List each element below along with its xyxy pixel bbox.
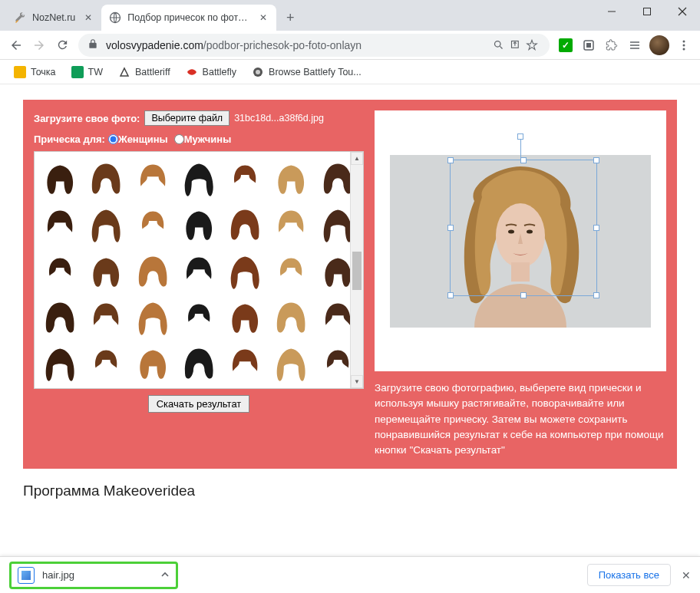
extension-icon[interactable] bbox=[577, 34, 600, 57]
choose-file-button[interactable]: Выберите файл bbox=[144, 110, 229, 126]
svg-line-6 bbox=[500, 46, 502, 48]
extension-adblock-icon[interactable]: ✓ bbox=[554, 34, 577, 57]
extensions-puzzle-icon[interactable] bbox=[600, 34, 623, 57]
rotate-line bbox=[520, 140, 521, 160]
hairstyle-thumbnail[interactable] bbox=[84, 248, 128, 292]
hairstyle-thumbnail[interactable] bbox=[38, 248, 82, 292]
gender-radio-female[interactable] bbox=[108, 134, 118, 144]
bookmark-item[interactable]: Browse Battlefy Tou... bbox=[246, 63, 368, 81]
hairstyle-thumbnail[interactable] bbox=[223, 340, 267, 384]
hairstyle-thumbnail[interactable] bbox=[177, 340, 221, 384]
bookmarks-bar: Точка TW Battleriff Battlefly Browse Bat… bbox=[0, 60, 700, 84]
page-content: Загрузите свое фото: Выберите файл 31bc1… bbox=[0, 84, 700, 556]
star-icon[interactable] bbox=[523, 34, 540, 57]
controls-column: Загрузите свое фото: Выберите файл 31bc1… bbox=[34, 110, 364, 413]
scrollbar[interactable]: ▲ ▼ bbox=[350, 152, 363, 388]
upload-label: Загрузите свое фото: bbox=[34, 113, 140, 124]
share-icon[interactable] bbox=[507, 34, 523, 57]
menu-icon[interactable] bbox=[672, 34, 695, 57]
profile-avatar[interactable] bbox=[649, 35, 669, 55]
hairstyle-thumbnail[interactable] bbox=[223, 201, 267, 245]
svg-point-14 bbox=[683, 44, 685, 46]
hairstyle-thumbnail[interactable] bbox=[177, 155, 221, 199]
close-icon[interactable]: ✕ bbox=[258, 12, 269, 23]
globe-icon bbox=[109, 12, 121, 24]
hairstyle-thumbnail[interactable] bbox=[84, 155, 128, 199]
gender-radio-male[interactable] bbox=[174, 134, 184, 144]
scroll-down-icon[interactable]: ▼ bbox=[351, 375, 363, 388]
search-icon[interactable] bbox=[490, 34, 507, 57]
hairstyle-thumbnail[interactable] bbox=[269, 340, 313, 384]
hairstyle-thumbnail[interactable] bbox=[84, 201, 128, 245]
gender-row: Прическа для: Женщины Мужчины bbox=[34, 133, 364, 145]
hairstyle-thumbnail[interactable] bbox=[223, 248, 267, 292]
browser-titlebar: NozNet.ru ✕ Подбор причесок по фото онла… bbox=[0, 0, 700, 31]
hairstyle-panel: Загрузите свое фото: Выберите файл 31bc1… bbox=[23, 100, 677, 469]
hairstyle-grid[interactable]: ▲ ▼ bbox=[34, 151, 364, 389]
scroll-thumb[interactable] bbox=[352, 252, 362, 290]
hairstyle-thumbnail[interactable] bbox=[130, 155, 175, 199]
browser-toolbar: volosvypadenie.com/podbor-prichesok-po-f… bbox=[0, 31, 700, 60]
hairstyle-thumbnail[interactable] bbox=[223, 294, 267, 338]
bookmark-item[interactable]: Точка bbox=[8, 63, 62, 81]
hairstyle-thumbnail[interactable] bbox=[84, 294, 128, 338]
close-window-button[interactable] bbox=[665, 0, 700, 23]
hairstyle-thumbnail[interactable] bbox=[177, 248, 221, 292]
hairstyle-thumbnail[interactable] bbox=[38, 201, 82, 245]
reload-button[interactable] bbox=[51, 34, 74, 57]
hairstyle-thumbnail[interactable] bbox=[84, 340, 128, 384]
selection-box[interactable] bbox=[450, 160, 597, 296]
hairstyle-thumbnail[interactable] bbox=[223, 155, 267, 199]
hairstyle-grid-container: ▲ ▼ Скачать результат bbox=[34, 151, 364, 413]
preview-column: Загрузите свою фотографию, выберете вид … bbox=[375, 110, 666, 458]
hairstyle-thumbnail[interactable] bbox=[130, 201, 175, 245]
bookmark-label: Battleriff bbox=[135, 67, 170, 77]
hairstyle-thumbnail[interactable] bbox=[269, 201, 313, 245]
gender-male-label: Мужчины bbox=[184, 133, 232, 145]
bookmark-item[interactable]: Battleriff bbox=[112, 63, 177, 81]
tab-title: NozNet.ru bbox=[32, 12, 75, 23]
browser-tab-2[interactable]: Подбор причесок по фото онла ✕ bbox=[101, 5, 276, 31]
upload-row: Загрузите свое фото: Выберите файл 31bc1… bbox=[34, 110, 364, 126]
instructions-text: Загрузите свою фотографию, выберете вид … bbox=[375, 381, 666, 458]
gender-label: Прическа для: bbox=[34, 133, 105, 145]
forward-button[interactable] bbox=[28, 34, 51, 57]
hairstyle-thumbnail[interactable] bbox=[269, 248, 313, 292]
minimize-button[interactable] bbox=[594, 0, 629, 23]
bookmark-icon bbox=[186, 66, 198, 78]
tab-title: Подбор причесок по фото онла bbox=[127, 12, 250, 23]
preview-box bbox=[375, 110, 666, 371]
close-icon[interactable]: ✕ bbox=[83, 12, 94, 23]
show-all-downloads-button[interactable]: Показать все bbox=[587, 564, 671, 586]
hairstyle-thumbnail[interactable] bbox=[130, 340, 175, 384]
bookmark-item[interactable]: Battlefly bbox=[180, 63, 243, 81]
bookmark-label: Точка bbox=[31, 67, 56, 77]
maximize-button[interactable] bbox=[629, 0, 665, 23]
gender-female-label: Женщины bbox=[118, 133, 168, 145]
browser-tab-1[interactable]: NozNet.ru ✕ bbox=[6, 5, 101, 31]
hairstyle-thumbnail[interactable] bbox=[38, 294, 82, 338]
hairstyle-thumbnail[interactable] bbox=[269, 155, 313, 199]
preview-photo[interactable] bbox=[390, 155, 651, 328]
hairstyle-thumbnail[interactable] bbox=[130, 294, 175, 338]
bookmark-icon bbox=[14, 66, 26, 78]
hairstyle-thumbnail[interactable] bbox=[130, 248, 175, 292]
back-button[interactable] bbox=[5, 34, 28, 57]
hairstyle-thumbnail[interactable] bbox=[38, 155, 82, 199]
download-result-button[interactable]: Скачать результат bbox=[148, 395, 250, 413]
bookmark-item[interactable]: TW bbox=[65, 63, 109, 81]
chevron-up-icon[interactable] bbox=[160, 568, 170, 582]
scroll-up-icon[interactable]: ▲ bbox=[351, 152, 363, 165]
hairstyle-thumbnail[interactable] bbox=[177, 294, 221, 338]
address-bar[interactable]: volosvypadenie.com/podbor-prichesok-po-f… bbox=[78, 34, 550, 57]
hairstyle-thumbnail[interactable] bbox=[38, 340, 82, 384]
bookmark-icon bbox=[118, 66, 130, 78]
download-chip[interactable]: hair.jpg bbox=[9, 562, 178, 589]
new-tab-button[interactable]: + bbox=[279, 7, 301, 28]
download-filename: hair.jpg bbox=[42, 569, 153, 581]
hairstyle-thumbnail[interactable] bbox=[177, 201, 221, 245]
rotate-handle[interactable] bbox=[517, 133, 523, 140]
close-shelf-button[interactable]: ✕ bbox=[682, 569, 691, 581]
hairstyle-thumbnail[interactable] bbox=[269, 294, 313, 338]
extension-list-icon[interactable] bbox=[623, 34, 646, 57]
